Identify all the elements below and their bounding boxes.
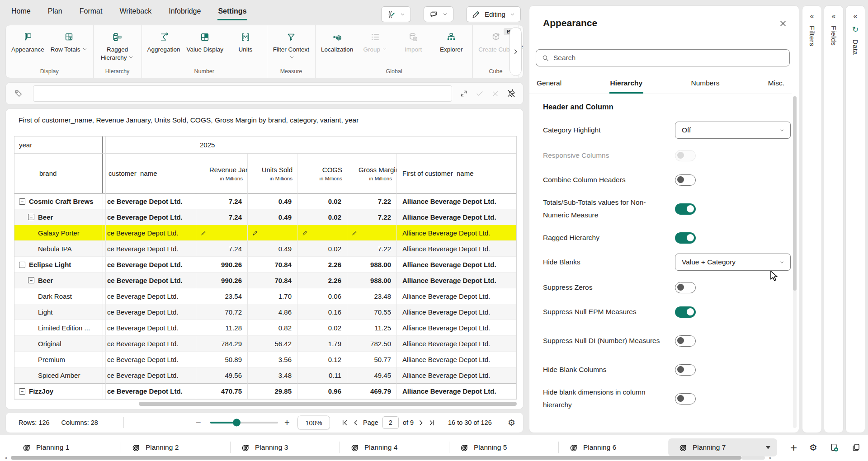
menu-item-infobridge[interactable]: Infobridge: [168, 5, 201, 19]
setting-toggle[interactable]: [675, 174, 696, 186]
row-label-cell[interactable]: −Beer: [14, 273, 103, 288]
new-sheet-icon[interactable]: [830, 443, 839, 452]
value-cell[interactable]: 0.02: [297, 193, 347, 209]
row-label-cell[interactable]: Dark Roast: [14, 288, 103, 304]
customer-cell[interactable]: ce Beverage Depot Ltd.: [106, 304, 196, 320]
first-value-cell[interactable]: Alliance Beverage Depot Ltd.: [397, 367, 516, 383]
row-label-cell[interactable]: Light: [14, 304, 103, 320]
customer-cell[interactable]: ce Beverage Depot Ltd.: [106, 367, 196, 383]
value-cell[interactable]: 0.49: [248, 193, 297, 209]
panel-scrollbar[interactable]: [793, 96, 797, 291]
tabbar-scroll-right-icon[interactable]: ▸: [769, 455, 772, 460]
prev-page-button[interactable]: [352, 419, 359, 426]
customer-cell[interactable]: ce Beverage Depot Ltd.: [106, 209, 196, 225]
value-cell[interactable]: 2.26: [297, 257, 347, 273]
next-page-button[interactable]: [418, 419, 425, 426]
unpin-icon[interactable]: [507, 89, 516, 98]
menu-item-format[interactable]: Format: [79, 5, 103, 19]
side-strip-filters[interactable]: «Filters: [802, 5, 822, 433]
value-cell[interactable]: 0.02: [297, 209, 347, 225]
collapse-chevrons-icon[interactable]: «: [854, 12, 858, 20]
versions-button[interactable]: [381, 6, 411, 22]
ribbon-item-value-display[interactable]: Value Display: [184, 29, 226, 66]
refresh-icon[interactable]: ↻: [852, 25, 859, 34]
setting-toggle[interactable]: [675, 306, 696, 318]
copy-sheets-icon[interactable]: [851, 443, 861, 452]
ribbon-item-group[interactable]: Group: [357, 29, 394, 66]
value-cell[interactable]: 7.24: [196, 241, 248, 257]
row-label-cell[interactable]: Spiced Amber: [14, 367, 103, 383]
first-column-header[interactable]: First of customer_name: [397, 154, 516, 193]
first-value-cell[interactable]: Alliance Beverage Depot Ltd.: [397, 320, 516, 336]
ribbon-item-explorer[interactable]: Explorer: [433, 29, 470, 66]
table-settings-gear-icon[interactable]: ⚙: [508, 418, 515, 428]
first-value-cell[interactable]: Alliance Beverage Depot Ltd.: [397, 288, 516, 304]
customer-cell[interactable]: ce Beverage Depot Ltd.: [106, 225, 196, 241]
value-cell[interactable]: 1.70: [248, 288, 297, 304]
first-value-cell[interactable]: Alliance Beverage Depot Ltd.: [397, 352, 516, 367]
zoom-level-button[interactable]: 100%: [297, 416, 330, 430]
ribbon-item-row-totals[interactable]: Row Totals: [48, 29, 90, 66]
table-horizontal-scrollbar[interactable]: [139, 402, 517, 406]
value-cell[interactable]: 1.79: [297, 336, 347, 352]
row-label-cell[interactable]: −FizzJoy: [14, 383, 103, 399]
side-strip-fields[interactable]: «Fields: [824, 5, 844, 433]
value-cell[interactable]: 0.96: [297, 383, 347, 399]
value-cell[interactable]: 470.75: [196, 383, 248, 399]
measure-column-header[interactable]: COGSin Millions: [297, 154, 347, 193]
value-cell[interactable]: 0.16: [297, 304, 347, 320]
comments-button[interactable]: [424, 6, 453, 22]
sheet-tab-planning-3[interactable]: Planning 3: [231, 438, 340, 456]
sheet-settings-gear-icon[interactable]: ⚙: [809, 442, 817, 453]
value-cell[interactable]: 0.02: [297, 320, 347, 336]
customer-cell[interactable]: ce Beverage Depot Ltd.: [106, 273, 196, 288]
value-cell[interactable]: 0.12: [297, 352, 347, 367]
last-page-button[interactable]: [429, 419, 435, 426]
sheet-tab-planning-5[interactable]: Planning 5: [449, 438, 558, 456]
page-number-input[interactable]: 2: [382, 416, 399, 429]
sheet-tab-planning-6[interactable]: Planning 6: [559, 438, 668, 456]
ribbon-item-filter-context[interactable]: Filter Context: [270, 29, 312, 66]
value-cell[interactable]: 0.06: [297, 288, 347, 304]
value-cell[interactable]: 23.54: [196, 288, 248, 304]
value-cell[interactable]: 70.84: [248, 257, 297, 273]
tab-numbers[interactable]: Numbers: [690, 75, 721, 94]
value-cell[interactable]: 0.49: [248, 209, 297, 225]
value-cell[interactable]: 11.28: [196, 320, 248, 336]
cancel-icon[interactable]: [491, 90, 499, 98]
tab-misc[interactable]: Misc.: [767, 75, 785, 94]
zoom-out-button[interactable]: −: [196, 418, 201, 428]
value-cell[interactable]: 11.25: [347, 320, 397, 336]
collapse-icon[interactable]: −: [28, 277, 34, 283]
value-cell[interactable]: 0.49: [248, 241, 297, 257]
first-page-button[interactable]: [341, 419, 348, 426]
menu-item-plan[interactable]: Plan: [47, 5, 63, 19]
first-value-cell[interactable]: Alliance Beverage Depot Ltd.: [397, 193, 516, 209]
value-cell[interactable]: [297, 225, 347, 241]
menu-item-settings[interactable]: Settings: [217, 5, 247, 20]
value-cell[interactable]: 49.56: [196, 367, 248, 383]
side-strip-data[interactable]: «↻Data: [845, 5, 865, 433]
setting-toggle[interactable]: [675, 364, 696, 376]
sheet-tab-planning-7[interactable]: Planning 7: [668, 438, 777, 456]
sheet-tab-planning-1[interactable]: Planning 1: [12, 438, 121, 456]
setting-toggle[interactable]: [675, 393, 696, 405]
ribbon-item-aggregation[interactable]: Aggregation: [145, 29, 183, 66]
first-value-cell[interactable]: Alliance Beverage Depot Ltd.: [397, 241, 516, 257]
first-value-cell[interactable]: Alliance Beverage Depot Ltd.: [397, 273, 516, 288]
ribbon-item-ragged-hierarchy[interactable]: Ragged Hierarchy: [96, 29, 139, 66]
first-value-cell[interactable]: Alliance Beverage Depot Ltd.: [397, 383, 516, 399]
customer-cell[interactable]: ce Beverage Depot Ltd.: [106, 352, 196, 367]
value-cell[interactable]: 782.50: [347, 336, 397, 352]
ribbon-item-localization[interactable]: Localization: [318, 29, 356, 66]
value-cell[interactable]: 469.79: [347, 383, 397, 399]
search-input[interactable]: [553, 54, 784, 62]
row-label-cell[interactable]: Limited Edition ...: [14, 320, 103, 336]
formula-input[interactable]: [33, 85, 452, 102]
value-cell[interactable]: 7.22: [347, 193, 397, 209]
value-cell[interactable]: 988.00: [347, 257, 397, 273]
panel-search[interactable]: [536, 49, 790, 66]
measure-column-header[interactable]: Units Soldin Millions: [248, 154, 297, 193]
ribbon-scroll-right-button[interactable]: [509, 27, 522, 76]
value-cell[interactable]: 49.45: [347, 367, 397, 383]
